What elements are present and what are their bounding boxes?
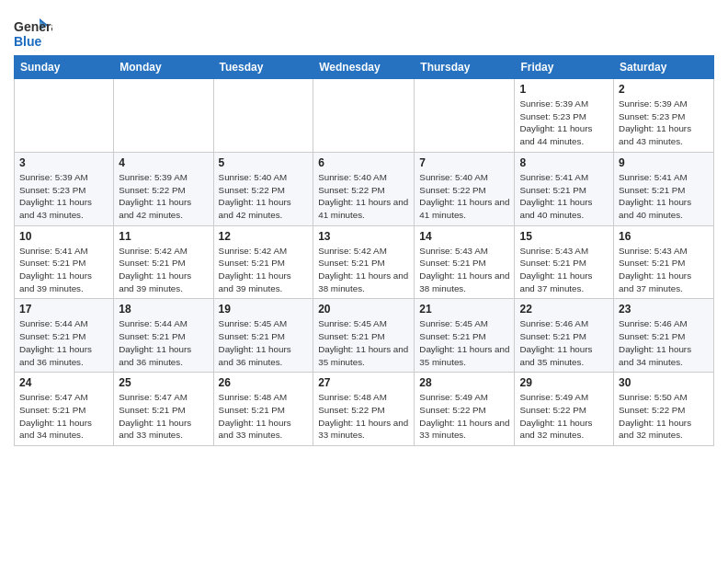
page-header: GeneralBlue	[14, 9, 714, 52]
day-info: Sunrise: 5:40 AM Sunset: 5:22 PM Dayligh…	[419, 171, 509, 222]
day-info: Sunrise: 5:39 AM Sunset: 5:23 PM Dayligh…	[519, 98, 609, 148]
calendar-cell: 3Sunrise: 5:39 AM Sunset: 5:23 PM Daylig…	[15, 152, 114, 225]
calendar-cell	[15, 79, 114, 153]
day-number: 29	[519, 376, 609, 389]
day-info: Sunrise: 5:41 AM Sunset: 5:21 PM Dayligh…	[19, 245, 108, 295]
calendar-cell: 9Sunrise: 5:41 AM Sunset: 5:21 PM Daylig…	[614, 152, 714, 225]
calendar-cell: 2Sunrise: 5:39 AM Sunset: 5:23 PM Daylig…	[614, 79, 714, 153]
day-header-saturday: Saturday	[614, 56, 714, 79]
day-info: Sunrise: 5:43 AM Sunset: 5:21 PM Dayligh…	[519, 245, 609, 295]
day-info: Sunrise: 5:44 AM Sunset: 5:21 PM Dayligh…	[19, 317, 108, 368]
day-number: 28	[419, 376, 509, 389]
day-number: 1	[519, 83, 609, 96]
header-row: SundayMondayTuesdayWednesdayThursdayFrid…	[15, 56, 714, 79]
svg-text:Blue: Blue	[14, 34, 42, 49]
calendar-week-1: 1Sunrise: 5:39 AM Sunset: 5:23 PM Daylig…	[15, 79, 714, 153]
day-number: 16	[619, 230, 709, 243]
calendar-week-2: 3Sunrise: 5:39 AM Sunset: 5:23 PM Daylig…	[15, 152, 714, 225]
logo-svg: GeneralBlue	[14, 15, 52, 52]
calendar-week-5: 24Sunrise: 5:47 AM Sunset: 5:21 PM Dayli…	[15, 373, 714, 446]
calendar-cell: 13Sunrise: 5:42 AM Sunset: 5:21 PM Dayli…	[313, 225, 415, 299]
logo: GeneralBlue	[14, 15, 52, 52]
day-info: Sunrise: 5:43 AM Sunset: 5:21 PM Dayligh…	[619, 245, 709, 295]
day-number: 24	[19, 376, 108, 389]
calendar-cell: 30Sunrise: 5:50 AM Sunset: 5:22 PM Dayli…	[614, 373, 714, 446]
day-number: 27	[318, 376, 409, 389]
day-info: Sunrise: 5:39 AM Sunset: 5:23 PM Dayligh…	[19, 171, 108, 222]
day-header-wednesday: Wednesday	[313, 56, 415, 79]
calendar-cell: 25Sunrise: 5:47 AM Sunset: 5:21 PM Dayli…	[114, 373, 213, 446]
day-number: 21	[419, 303, 509, 316]
calendar-cell: 28Sunrise: 5:49 AM Sunset: 5:22 PM Dayli…	[415, 373, 515, 446]
day-header-monday: Monday	[114, 56, 213, 79]
day-info: Sunrise: 5:49 AM Sunset: 5:22 PM Dayligh…	[519, 391, 609, 442]
day-info: Sunrise: 5:39 AM Sunset: 5:23 PM Dayligh…	[619, 98, 709, 148]
day-number: 19	[219, 303, 309, 316]
day-number: 20	[318, 303, 409, 316]
calendar-week-3: 10Sunrise: 5:41 AM Sunset: 5:21 PM Dayli…	[15, 225, 714, 299]
day-number: 15	[519, 230, 609, 243]
day-info: Sunrise: 5:48 AM Sunset: 5:22 PM Dayligh…	[318, 391, 409, 442]
day-number: 3	[19, 156, 108, 169]
calendar-week-4: 17Sunrise: 5:44 AM Sunset: 5:21 PM Dayli…	[15, 299, 714, 373]
day-info: Sunrise: 5:46 AM Sunset: 5:21 PM Dayligh…	[619, 317, 709, 368]
calendar-cell: 8Sunrise: 5:41 AM Sunset: 5:21 PM Daylig…	[515, 152, 614, 225]
day-number: 18	[119, 303, 208, 316]
day-number: 4	[119, 156, 208, 169]
day-number: 10	[19, 230, 108, 243]
calendar-cell: 6Sunrise: 5:40 AM Sunset: 5:22 PM Daylig…	[313, 152, 415, 225]
calendar-cell: 15Sunrise: 5:43 AM Sunset: 5:21 PM Dayli…	[515, 225, 614, 299]
calendar-cell: 27Sunrise: 5:48 AM Sunset: 5:22 PM Dayli…	[313, 373, 415, 446]
day-info: Sunrise: 5:47 AM Sunset: 5:21 PM Dayligh…	[119, 391, 208, 442]
calendar-cell: 16Sunrise: 5:43 AM Sunset: 5:21 PM Dayli…	[614, 225, 714, 299]
day-header-sunday: Sunday	[15, 56, 114, 79]
day-info: Sunrise: 5:45 AM Sunset: 5:21 PM Dayligh…	[318, 317, 409, 368]
calendar-cell: 12Sunrise: 5:42 AM Sunset: 5:21 PM Dayli…	[213, 225, 313, 299]
day-info: Sunrise: 5:47 AM Sunset: 5:21 PM Dayligh…	[19, 391, 108, 442]
day-info: Sunrise: 5:43 AM Sunset: 5:21 PM Dayligh…	[419, 245, 509, 295]
calendar-cell: 7Sunrise: 5:40 AM Sunset: 5:22 PM Daylig…	[415, 152, 515, 225]
calendar-cell: 22Sunrise: 5:46 AM Sunset: 5:21 PM Dayli…	[515, 299, 614, 373]
day-info: Sunrise: 5:40 AM Sunset: 5:22 PM Dayligh…	[318, 171, 409, 222]
calendar-cell: 1Sunrise: 5:39 AM Sunset: 5:23 PM Daylig…	[515, 79, 614, 153]
day-header-friday: Friday	[515, 56, 614, 79]
day-info: Sunrise: 5:39 AM Sunset: 5:22 PM Dayligh…	[119, 171, 208, 222]
day-info: Sunrise: 5:41 AM Sunset: 5:21 PM Dayligh…	[619, 171, 709, 222]
day-number: 7	[419, 156, 509, 169]
day-info: Sunrise: 5:42 AM Sunset: 5:21 PM Dayligh…	[119, 245, 208, 295]
day-info: Sunrise: 5:45 AM Sunset: 5:21 PM Dayligh…	[419, 317, 509, 368]
day-number: 9	[619, 156, 709, 169]
calendar-cell: 26Sunrise: 5:48 AM Sunset: 5:21 PM Dayli…	[213, 373, 313, 446]
calendar-cell: 11Sunrise: 5:42 AM Sunset: 5:21 PM Dayli…	[114, 225, 213, 299]
day-number: 12	[219, 230, 309, 243]
day-header-thursday: Thursday	[415, 56, 515, 79]
day-info: Sunrise: 5:41 AM Sunset: 5:21 PM Dayligh…	[519, 171, 609, 222]
calendar-cell: 10Sunrise: 5:41 AM Sunset: 5:21 PM Dayli…	[15, 225, 114, 299]
calendar-cell	[114, 79, 213, 153]
day-number: 17	[19, 303, 108, 316]
day-number: 26	[219, 376, 309, 389]
day-info: Sunrise: 5:40 AM Sunset: 5:22 PM Dayligh…	[219, 171, 309, 222]
day-info: Sunrise: 5:45 AM Sunset: 5:21 PM Dayligh…	[219, 317, 309, 368]
day-number: 25	[119, 376, 208, 389]
calendar-cell: 18Sunrise: 5:44 AM Sunset: 5:21 PM Dayli…	[114, 299, 213, 373]
day-number: 13	[318, 230, 409, 243]
calendar-cell: 19Sunrise: 5:45 AM Sunset: 5:21 PM Dayli…	[213, 299, 313, 373]
calendar-cell: 20Sunrise: 5:45 AM Sunset: 5:21 PM Dayli…	[313, 299, 415, 373]
day-info: Sunrise: 5:48 AM Sunset: 5:21 PM Dayligh…	[219, 391, 309, 442]
calendar-cell: 23Sunrise: 5:46 AM Sunset: 5:21 PM Dayli…	[614, 299, 714, 373]
day-info: Sunrise: 5:50 AM Sunset: 5:22 PM Dayligh…	[619, 391, 709, 442]
calendar-cell: 24Sunrise: 5:47 AM Sunset: 5:21 PM Dayli…	[15, 373, 114, 446]
calendar-cell	[415, 79, 515, 153]
day-number: 22	[519, 303, 609, 316]
day-number: 2	[619, 83, 709, 96]
day-number: 30	[619, 376, 709, 389]
day-number: 6	[318, 156, 409, 169]
calendar-cell	[213, 79, 313, 153]
calendar-cell	[313, 79, 415, 153]
day-header-tuesday: Tuesday	[213, 56, 313, 79]
day-number: 11	[119, 230, 208, 243]
calendar-cell: 14Sunrise: 5:43 AM Sunset: 5:21 PM Dayli…	[415, 225, 515, 299]
day-number: 8	[519, 156, 609, 169]
calendar-table: SundayMondayTuesdayWednesdayThursdayFrid…	[14, 55, 714, 446]
